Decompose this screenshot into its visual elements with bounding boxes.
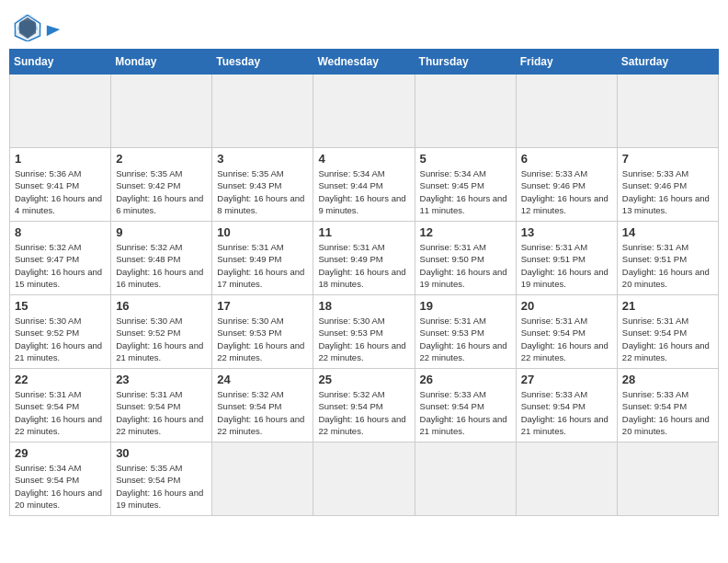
day-info: Sunrise: 5:31 AMSunset: 9:49 PMDaylight:…	[217, 241, 308, 290]
day-info: Sunrise: 5:32 AMSunset: 9:48 PMDaylight:…	[116, 241, 207, 290]
calendar-cell: 23Sunrise: 5:31 AMSunset: 9:54 PMDayligh…	[111, 369, 212, 442]
calendar-cell: 16Sunrise: 5:30 AMSunset: 9:52 PMDayligh…	[111, 295, 212, 369]
day-info: Sunrise: 5:33 AMSunset: 9:54 PMDaylight:…	[420, 388, 511, 437]
calendar-cell: 12Sunrise: 5:31 AMSunset: 9:50 PMDayligh…	[415, 222, 516, 295]
day-info: Sunrise: 5:31 AMSunset: 9:51 PMDaylight:…	[622, 241, 713, 290]
logo-icon	[14, 14, 41, 41]
day-info: Sunrise: 5:31 AMSunset: 9:54 PMDaylight:…	[622, 315, 713, 363]
day-number: 26	[420, 373, 511, 386]
calendar-cell: 21Sunrise: 5:31 AMSunset: 9:54 PMDayligh…	[617, 295, 718, 369]
calendar-header-wednesday: Wednesday	[313, 50, 415, 75]
day-number: 22	[15, 373, 106, 386]
calendar-week-row: 29Sunrise: 5:34 AMSunset: 9:54 PMDayligh…	[10, 442, 719, 516]
day-number: 21	[622, 299, 713, 313]
day-number: 1	[15, 152, 106, 166]
day-number: 27	[521, 373, 612, 386]
calendar-cell: 10Sunrise: 5:31 AMSunset: 9:49 PMDayligh…	[212, 222, 313, 295]
day-info: Sunrise: 5:33 AMSunset: 9:54 PMDaylight:…	[521, 388, 612, 437]
svg-marker-5	[47, 26, 60, 37]
day-info: Sunrise: 5:31 AMSunset: 9:51 PMDaylight:…	[521, 241, 612, 290]
day-number: 20	[521, 299, 612, 313]
day-info: Sunrise: 5:34 AMSunset: 9:54 PMDaylight:…	[15, 462, 106, 511]
calendar-cell: 17Sunrise: 5:30 AMSunset: 9:53 PMDayligh…	[212, 295, 313, 369]
day-number: 10	[217, 225, 308, 239]
calendar-header-sunday: Sunday	[10, 50, 111, 75]
calendar-cell: 27Sunrise: 5:33 AMSunset: 9:54 PMDayligh…	[516, 369, 617, 442]
calendar-header-friday: Friday	[516, 50, 617, 75]
day-info: Sunrise: 5:31 AMSunset: 9:54 PMDaylight:…	[15, 388, 106, 437]
calendar-week-row: 8Sunrise: 5:32 AMSunset: 9:47 PMDaylight…	[10, 222, 719, 295]
day-info: Sunrise: 5:30 AMSunset: 9:53 PMDaylight:…	[318, 315, 409, 363]
calendar-cell	[617, 75, 718, 148]
calendar-cell: 22Sunrise: 5:31 AMSunset: 9:54 PMDayligh…	[10, 369, 111, 442]
calendar-cell: 20Sunrise: 5:31 AMSunset: 9:54 PMDayligh…	[516, 295, 617, 369]
day-number: 6	[521, 152, 612, 166]
calendar-cell	[111, 75, 212, 148]
day-number: 16	[116, 299, 207, 313]
calendar-cell	[212, 75, 313, 148]
calendar-cell	[313, 442, 415, 516]
day-info: Sunrise: 5:31 AMSunset: 9:54 PMDaylight:…	[116, 388, 207, 437]
calendar-header-row: SundayMondayTuesdayWednesdayThursdayFrid…	[10, 50, 719, 75]
day-number: 14	[622, 225, 713, 239]
day-info: Sunrise: 5:33 AMSunset: 9:54 PMDaylight:…	[622, 388, 713, 437]
day-info: Sunrise: 5:30 AMSunset: 9:53 PMDaylight:…	[217, 315, 308, 363]
day-number: 11	[318, 225, 409, 239]
day-number: 17	[217, 299, 308, 313]
day-info: Sunrise: 5:32 AMSunset: 9:54 PMDaylight:…	[318, 388, 409, 437]
calendar-cell: 25Sunrise: 5:32 AMSunset: 9:54 PMDayligh…	[313, 369, 415, 442]
day-number: 24	[217, 373, 308, 386]
calendar-cell	[415, 75, 516, 148]
calendar-cell: 13Sunrise: 5:31 AMSunset: 9:51 PMDayligh…	[516, 222, 617, 295]
calendar-table: SundayMondayTuesdayWednesdayThursdayFrid…	[9, 49, 719, 516]
calendar-cell	[212, 442, 313, 516]
day-number: 25	[318, 373, 409, 386]
day-info: Sunrise: 5:33 AMSunset: 9:46 PMDaylight:…	[521, 167, 612, 216]
calendar-cell: 29Sunrise: 5:34 AMSunset: 9:54 PMDayligh…	[10, 442, 111, 516]
day-number: 23	[116, 373, 207, 386]
calendar-cell	[10, 75, 111, 148]
day-number: 3	[217, 152, 308, 166]
day-number: 29	[15, 446, 106, 460]
calendar-cell: 15Sunrise: 5:30 AMSunset: 9:52 PMDayligh…	[10, 295, 111, 369]
calendar-cell: 24Sunrise: 5:32 AMSunset: 9:54 PMDayligh…	[212, 369, 313, 442]
calendar-cell: 4Sunrise: 5:34 AMSunset: 9:44 PMDaylight…	[313, 148, 415, 222]
logo	[14, 14, 62, 41]
calendar-week-row: 22Sunrise: 5:31 AMSunset: 9:54 PMDayligh…	[10, 369, 719, 442]
day-info: Sunrise: 5:31 AMSunset: 9:50 PMDaylight:…	[420, 241, 511, 290]
day-number: 30	[116, 446, 207, 460]
day-info: Sunrise: 5:30 AMSunset: 9:52 PMDaylight:…	[15, 315, 106, 363]
calendar-cell: 3Sunrise: 5:35 AMSunset: 9:43 PMDaylight…	[212, 148, 313, 222]
calendar-cell: 18Sunrise: 5:30 AMSunset: 9:53 PMDayligh…	[313, 295, 415, 369]
day-info: Sunrise: 5:30 AMSunset: 9:52 PMDaylight:…	[116, 315, 207, 363]
calendar-header-saturday: Saturday	[617, 50, 718, 75]
calendar-header-tuesday: Tuesday	[212, 50, 313, 75]
calendar-cell: 28Sunrise: 5:33 AMSunset: 9:54 PMDayligh…	[617, 369, 718, 442]
calendar-cell: 5Sunrise: 5:34 AMSunset: 9:45 PMDaylight…	[415, 148, 516, 222]
day-info: Sunrise: 5:31 AMSunset: 9:49 PMDaylight:…	[318, 241, 409, 290]
day-number: 9	[116, 225, 207, 239]
day-info: Sunrise: 5:31 AMSunset: 9:53 PMDaylight:…	[420, 315, 511, 363]
day-number: 4	[318, 152, 409, 166]
day-info: Sunrise: 5:34 AMSunset: 9:44 PMDaylight:…	[318, 167, 409, 216]
day-info: Sunrise: 5:35 AMSunset: 9:43 PMDaylight:…	[217, 167, 308, 216]
day-number: 2	[116, 152, 207, 166]
day-info: Sunrise: 5:31 AMSunset: 9:54 PMDaylight:…	[521, 315, 612, 363]
day-number: 15	[15, 299, 106, 313]
calendar-cell: 19Sunrise: 5:31 AMSunset: 9:53 PMDayligh…	[415, 295, 516, 369]
logo-arrow-icon	[45, 21, 62, 38]
calendar-header-monday: Monday	[111, 50, 212, 75]
day-number: 12	[420, 225, 511, 239]
day-info: Sunrise: 5:32 AMSunset: 9:47 PMDaylight:…	[15, 241, 106, 290]
calendar-cell	[516, 442, 617, 516]
calendar-week-row: 1Sunrise: 5:36 AMSunset: 9:41 PMDaylight…	[10, 148, 719, 222]
calendar-cell: 30Sunrise: 5:35 AMSunset: 9:54 PMDayligh…	[111, 442, 212, 516]
calendar-cell: 14Sunrise: 5:31 AMSunset: 9:51 PMDayligh…	[617, 222, 718, 295]
calendar-cell	[415, 442, 516, 516]
calendar-header-thursday: Thursday	[415, 50, 516, 75]
calendar-week-row: 15Sunrise: 5:30 AMSunset: 9:52 PMDayligh…	[10, 295, 719, 369]
day-number: 18	[318, 299, 409, 313]
calendar-cell: 6Sunrise: 5:33 AMSunset: 9:46 PMDaylight…	[516, 148, 617, 222]
calendar-cell: 9Sunrise: 5:32 AMSunset: 9:48 PMDaylight…	[111, 222, 212, 295]
day-number: 5	[420, 152, 511, 166]
